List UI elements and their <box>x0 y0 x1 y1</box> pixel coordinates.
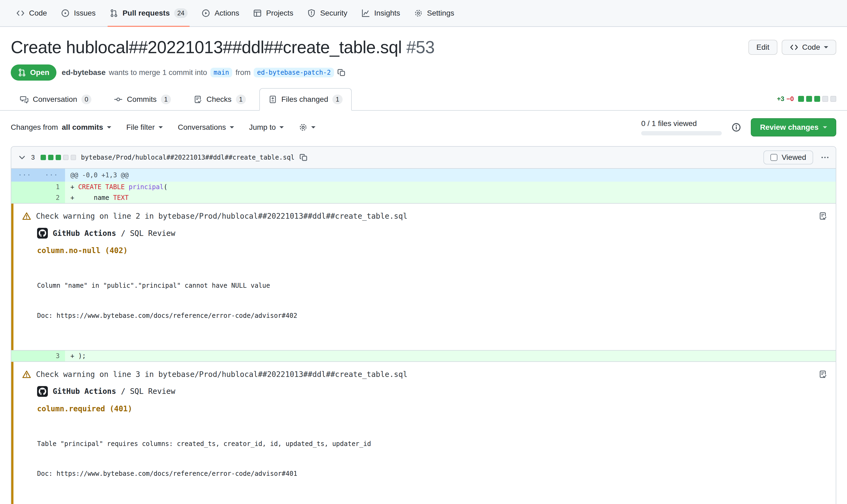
info-icon[interactable] <box>732 123 741 132</box>
diff-line-1[interactable]: 1 + CREATE TABLE principal( <box>11 182 836 192</box>
nav-item-insights[interactable]: Insights <box>356 0 406 26</box>
copy-branch-button[interactable] <box>337 68 346 77</box>
kebab-horizontal-icon <box>821 153 829 162</box>
tab-commits[interactable]: Commits 1 <box>105 88 180 111</box>
view-workflow-check-button[interactable] <box>818 370 827 379</box>
chevron-down-icon <box>18 153 26 162</box>
tab-count: 1 <box>161 94 171 104</box>
base-branch-label[interactable]: main <box>211 68 232 77</box>
nav-label: Insights <box>374 9 400 17</box>
merge-description: ed-bytebase wants to merge 1 commit into… <box>62 68 346 77</box>
page-title: Create hublocal##20221013##ddl##create_t… <box>11 37 434 58</box>
nav-label: Security <box>320 9 347 17</box>
nav-item-security[interactable]: Security <box>302 0 353 26</box>
file-diff-card: 3 bytebase/Prod/hublocal##20221013##ddl#… <box>11 146 836 504</box>
check-message-line: Doc: https://www.bytebase.com/docs/refer… <box>37 469 827 479</box>
gear-icon <box>414 9 423 17</box>
diffstat-square <box>798 96 804 102</box>
collapse-file-button[interactable] <box>18 153 26 162</box>
tab-conversation[interactable]: Conversation 0 <box>11 88 101 111</box>
diffstat-square <box>822 96 828 102</box>
file-diff-icon <box>268 95 277 104</box>
comment-discussion-icon <box>20 95 29 104</box>
file-filter-label: File filter <box>126 123 155 132</box>
changes-from-label: Changes from <box>11 123 58 132</box>
checklist-icon <box>818 212 827 220</box>
nav-label: Issues <box>74 9 96 17</box>
file-options-kebab-button[interactable] <box>821 153 829 162</box>
checklist-icon <box>818 370 827 379</box>
copy-file-path-button[interactable] <box>299 153 308 162</box>
nav-label: Pull requests <box>123 9 170 17</box>
nav-item-code[interactable]: Code <box>11 0 52 26</box>
code-keyword: CREATE TABLE <box>78 183 129 191</box>
graph-icon <box>361 9 370 17</box>
chevron-down-icon <box>159 126 163 130</box>
check-context: / SQL Review <box>121 387 175 396</box>
check-message: Column "name" in "public"."principal" ca… <box>37 261 827 341</box>
viewed-checkbox[interactable] <box>770 154 777 161</box>
check-app-name[interactable]: GitHub Actions <box>53 229 116 238</box>
code-button-label: Code <box>802 43 820 52</box>
check-message-line: Doc: https://www.bytebase.com/docs/refer… <box>37 311 827 321</box>
diffstat-square <box>48 155 53 160</box>
diffstat-square <box>830 96 836 102</box>
check-app-name[interactable]: GitHub Actions <box>53 387 116 396</box>
nav-item-issues[interactable]: Issues <box>56 0 101 26</box>
file-path[interactable]: bytebase/Prod/hublocal##20221013##ddl##c… <box>81 154 294 161</box>
chevron-down-icon <box>230 126 234 130</box>
pr-number: #53 <box>406 38 434 57</box>
nav-item-projects[interactable]: Projects <box>248 0 299 26</box>
code-identifier: principal <box>129 183 164 191</box>
annotation-header-text: Check warning on line 2 in bytebase/Prod… <box>36 212 408 220</box>
check-rule-name: column.required (401) <box>37 404 827 413</box>
conversations-dropdown[interactable]: Conversations <box>178 123 234 132</box>
diff-line-2[interactable]: 2 + name TEXT <box>11 192 836 203</box>
check-context: / SQL Review <box>121 229 175 238</box>
diff-settings-dropdown[interactable] <box>299 123 316 132</box>
tab-checks[interactable]: Checks 1 <box>184 88 255 111</box>
hunk-header-row: ··· ··· @@ -0,0 +1,3 @@ <box>11 169 836 182</box>
edit-button[interactable]: Edit <box>749 40 777 55</box>
code-dropdown-button[interactable]: Code <box>782 40 836 55</box>
code-icon <box>16 9 25 17</box>
view-workflow-check-button[interactable] <box>818 212 827 220</box>
copy-icon <box>299 153 308 162</box>
check-message: Table "principal" requires columns: crea… <box>37 419 827 499</box>
file-header: 3 bytebase/Prod/hublocal##20221013##ddl#… <box>11 147 836 169</box>
additions-count: +3 <box>777 95 784 103</box>
from-text: from <box>235 68 250 77</box>
chevron-down-icon <box>107 126 111 130</box>
nav-item-actions[interactable]: Actions <box>196 0 245 26</box>
viewed-toggle-button[interactable]: Viewed <box>763 150 813 164</box>
code-line: + ); <box>65 350 836 361</box>
jump-to-dropdown[interactable]: Jump to <box>249 123 284 132</box>
repo-nav: Code Issues Pull requests 24 Actions Pro… <box>0 0 847 27</box>
files-viewed-progress: 0 / 1 files viewed <box>641 119 722 136</box>
pr-author[interactable]: ed-bytebase <box>62 68 106 77</box>
code-line: + name TEXT <box>65 192 836 203</box>
pr-state-label: Open <box>30 68 50 77</box>
tab-files-changed[interactable]: Files changed 1 <box>259 88 352 111</box>
review-changes-button[interactable]: Review changes <box>751 118 836 137</box>
head-branch-label[interactable]: ed-bytebase-patch-2 <box>254 68 334 77</box>
pr-tabs: Conversation 0 Commits 1 Checks 1 Files … <box>0 88 847 111</box>
check-annotation-warning-line3: Check warning on line 3 in bytebase/Prod… <box>11 361 836 504</box>
viewed-label: Viewed <box>782 153 806 162</box>
nav-item-settings[interactable]: Settings <box>409 0 459 26</box>
nav-item-pull-requests[interactable]: Pull requests 24 <box>104 0 193 26</box>
hunk-gutter-old: ··· <box>11 169 38 182</box>
diffstat: +3 −0 <box>777 95 836 110</box>
chevron-down-icon <box>280 126 284 130</box>
old-line-number <box>11 350 38 361</box>
changes-from-dropdown[interactable]: Changes from all commits <box>11 123 111 132</box>
copy-icon <box>337 68 346 77</box>
hunk-header-text: @@ -0,0 +1,3 @@ <box>65 169 836 182</box>
file-filter-dropdown[interactable]: File filter <box>126 123 163 132</box>
diffstat-square <box>806 96 812 102</box>
diff-line-3[interactable]: 3 + ); <box>11 350 836 361</box>
git-commit-icon <box>114 95 123 104</box>
tab-count: 1 <box>332 94 342 104</box>
code-plain: ( <box>164 183 167 191</box>
issue-icon <box>61 9 70 17</box>
